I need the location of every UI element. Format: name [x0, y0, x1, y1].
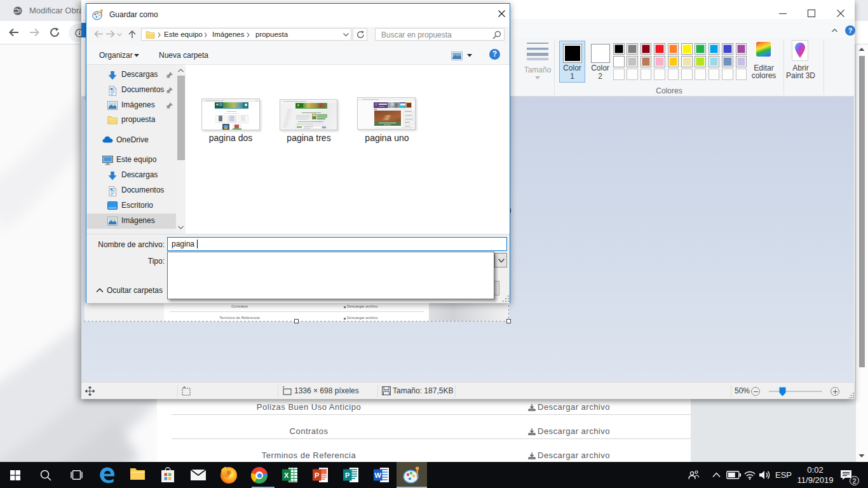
svg-text:P: P [345, 471, 349, 479]
svg-text:X: X [284, 471, 289, 479]
svg-text:W: W [375, 471, 382, 479]
svg-text:P: P [315, 471, 319, 479]
